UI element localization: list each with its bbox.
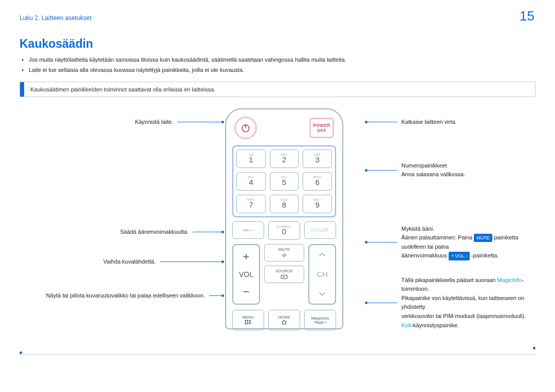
numpad: .QZ1 ABC2 DEF3 GHI4 JKL5 MNO6 PRS7 TUV8 …: [236, 150, 332, 213]
note-box: Kaukosäätimen painikkeiden toiminnot saa…: [20, 82, 535, 97]
section-title: Kaukosäädin: [20, 37, 535, 51]
home-icon: [281, 320, 288, 325]
chlist-key: CH LIST: [304, 221, 336, 239]
chevron-up-icon: [318, 252, 326, 257]
anno-power-on: Käynnistä laite.: [135, 118, 173, 127]
note-text: Kaukosäätimen painikkeiden toiminnot saa…: [24, 86, 215, 92]
mute-icon: [281, 253, 288, 258]
anno-mute-line2: Äänen palauttaminen: Paina MUTE-painiket…: [401, 234, 519, 250]
volume-rocker: + VOL −: [232, 244, 260, 305]
anno-mute: Mykistä ääni.: [401, 226, 434, 232]
mute-button: MUTE: [264, 244, 304, 262]
zero-key: SYMBOL0: [268, 221, 300, 240]
anno-numpad-sub: Anna salasana valikossa.: [401, 171, 465, 177]
anno-numpad: Numeropainikkeet: [401, 162, 447, 169]
magicinfo-button: MagicInfo Player I: [304, 310, 336, 330]
anno-magicinfo-l3: verkkosovitin tai PIM-moduuli (laajennus…: [401, 313, 526, 319]
anno-source: Vaihda kuvalähdettä.: [103, 257, 156, 267]
page-number: 15: [520, 8, 534, 24]
source-button: SOURCE: [264, 266, 304, 283]
anno-magicinfo: Tällä pikapainikkeella pääset suoraan Ma…: [401, 277, 524, 292]
power-icon: [240, 123, 251, 133]
source-icon: [281, 274, 288, 279]
anno-volume: Säädä äänenvoimakkuutta.: [120, 228, 189, 237]
anno-menu: Näytä tai piilota kuvaruutuvalikko tai p…: [46, 291, 205, 301]
anno-power-off: Katkaise laitteen virta.: [401, 118, 457, 127]
intro-bullet: Jos muita näyttölaitteita käytetään samo…: [22, 55, 535, 65]
chevron-down-icon: [318, 291, 326, 296]
anno-home: Koti-käynnistyspainike.: [401, 322, 459, 328]
home-button: HOME: [268, 310, 300, 330]
intro-bullet: Laite ei tue sellaisia alla olevassa kuv…: [22, 65, 535, 76]
power-off-button: POWER OFF: [309, 118, 334, 138]
anno-magicinfo-l2: Pikapainike von käytettävissä, kun laitt…: [401, 295, 524, 310]
svg-rect-5: [245, 321, 247, 324]
power-button: [234, 117, 257, 139]
menu-button: MENU: [232, 310, 264, 330]
channel-rocker: CH: [308, 244, 336, 305]
menu-icon: [245, 320, 252, 325]
del-key: DEL-/--: [232, 221, 264, 239]
chapter-label: Luku 2. Laitteen asetukset: [20, 14, 91, 22]
remote-control-illustration: POWER OFF .QZ1 ABC2 DEF3 GHI4 JKL5 MNO6 …: [225, 108, 343, 329]
anno-mute-line3: äänenvoimakkuus + VOL - -painiketta.: [401, 252, 499, 258]
